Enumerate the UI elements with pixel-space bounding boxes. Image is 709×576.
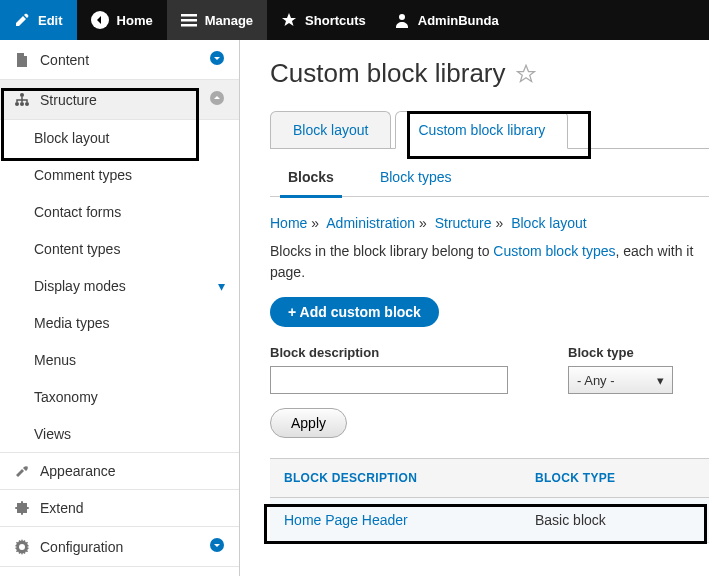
block-types-link[interactable]: Custom block types: [493, 243, 615, 259]
user-icon: [394, 12, 410, 28]
add-custom-block-button[interactable]: + Add custom block: [270, 297, 439, 327]
caret-down-icon: ▾: [657, 373, 664, 388]
user-label: AdminBunda: [418, 13, 499, 28]
breadcrumb-link[interactable]: Block layout: [511, 215, 586, 231]
svg-rect-0: [181, 14, 197, 17]
sidebar-label: Extend: [40, 500, 225, 516]
blocks-table: BLOCK DESCRIPTION BLOCK TYPE Home Page H…: [270, 458, 709, 543]
description-text: Blocks in the block library belong to Cu…: [270, 241, 709, 283]
hierarchy-icon: [14, 92, 30, 108]
manage-button[interactable]: Manage: [167, 0, 267, 40]
block-description-input[interactable]: [270, 366, 508, 394]
shortcuts-label: Shortcuts: [305, 13, 366, 28]
sidebar-item-views[interactable]: Views: [0, 416, 239, 453]
table-header: BLOCK DESCRIPTION BLOCK TYPE: [270, 458, 709, 498]
sidebar-item-appearance[interactable]: Appearance: [0, 453, 239, 490]
wrench-icon: [14, 463, 30, 479]
star-icon: [281, 12, 297, 28]
filter-desc-label: Block description: [270, 345, 508, 360]
sidebar-item-display-modes[interactable]: Display modes▾: [0, 268, 239, 305]
sidebar-label: Structure: [40, 92, 209, 108]
hamburger-icon: [181, 12, 197, 28]
shortcuts-button[interactable]: Shortcuts: [267, 0, 380, 40]
sidebar-item-menus[interactable]: Menus: [0, 342, 239, 379]
back-icon: [91, 11, 109, 29]
caret-down-icon: ▾: [218, 278, 225, 294]
gear-icon: [14, 539, 30, 555]
chevron-up-icon: [209, 90, 225, 109]
sidebar-item-contact-forms[interactable]: Contact forms: [0, 194, 239, 231]
puzzle-icon: [14, 500, 30, 516]
filter-row: Block description Block type - Any - ▾: [270, 345, 709, 394]
sidebar-label: Content: [40, 52, 209, 68]
block-type-cell: Basic block: [535, 512, 695, 528]
sidebar-item-taxonomy[interactable]: Taxonomy: [0, 379, 239, 416]
document-icon: [14, 52, 30, 68]
sidebar-label: Configuration: [40, 539, 209, 555]
home-button[interactable]: Home: [77, 0, 167, 40]
topbar: Edit Home Manage Shortcuts AdminBunda: [0, 0, 709, 40]
home-label: Home: [117, 13, 153, 28]
block-name-link[interactable]: Home Page Header: [284, 512, 535, 528]
svg-rect-2: [181, 24, 197, 27]
apply-button[interactable]: Apply: [270, 408, 347, 438]
tab-custom-block-library[interactable]: Custom block library: [395, 111, 568, 149]
sidebar-item-comment-types[interactable]: Comment types: [0, 157, 239, 194]
edit-button[interactable]: Edit: [0, 0, 77, 40]
sidebar-item-configuration[interactable]: Configuration: [0, 527, 239, 567]
manage-label: Manage: [205, 13, 253, 28]
breadcrumb-link[interactable]: Structure: [435, 215, 492, 231]
secondary-tabs: Blocks Block types: [270, 163, 709, 197]
sidebar-item-block-layout[interactable]: Block layout: [0, 120, 239, 157]
table-row: Home Page Header Basic block: [270, 498, 709, 543]
filter-type-label: Block type: [568, 345, 673, 360]
sidebar-item-structure[interactable]: Structure: [0, 80, 239, 120]
star-outline-icon[interactable]: [516, 64, 536, 84]
chevron-down-icon: [209, 537, 225, 556]
subtab-block-types[interactable]: Block types: [372, 163, 460, 196]
svg-point-8: [25, 102, 29, 106]
sidebar-item-content-types[interactable]: Content types: [0, 231, 239, 268]
svg-rect-1: [181, 19, 197, 22]
th-block-type[interactable]: BLOCK TYPE: [535, 471, 695, 485]
pencil-icon: [14, 12, 30, 28]
svg-point-5: [20, 93, 24, 97]
sidebar-label: Appearance: [40, 463, 225, 479]
svg-point-3: [399, 14, 405, 20]
primary-tabs: Block layout Custom block library: [270, 111, 709, 149]
filter-type: Block type - Any - ▾: [568, 345, 673, 394]
block-type-select[interactable]: - Any - ▾: [568, 366, 673, 394]
breadcrumb: Home» Administration» Structure» Block l…: [270, 215, 709, 231]
sidebar-item-extend[interactable]: Extend: [0, 490, 239, 527]
filter-description: Block description: [270, 345, 508, 394]
sidebar: Content Structure Block layout Comment t…: [0, 40, 240, 576]
breadcrumb-link[interactable]: Home: [270, 215, 307, 231]
th-block-description[interactable]: BLOCK DESCRIPTION: [284, 471, 535, 485]
subtab-blocks[interactable]: Blocks: [280, 163, 342, 198]
edit-label: Edit: [38, 13, 63, 28]
svg-point-6: [15, 102, 19, 106]
main-content: Custom block library Block layout Custom…: [240, 40, 709, 576]
breadcrumb-link[interactable]: Administration: [326, 215, 415, 231]
chevron-down-icon: [209, 50, 225, 69]
page-title: Custom block library: [270, 58, 709, 89]
user-menu[interactable]: AdminBunda: [380, 0, 513, 40]
svg-point-7: [20, 102, 24, 106]
tab-block-layout[interactable]: Block layout: [270, 111, 391, 148]
sidebar-item-content[interactable]: Content: [0, 40, 239, 80]
sidebar-item-media-types[interactable]: Media types: [0, 305, 239, 342]
